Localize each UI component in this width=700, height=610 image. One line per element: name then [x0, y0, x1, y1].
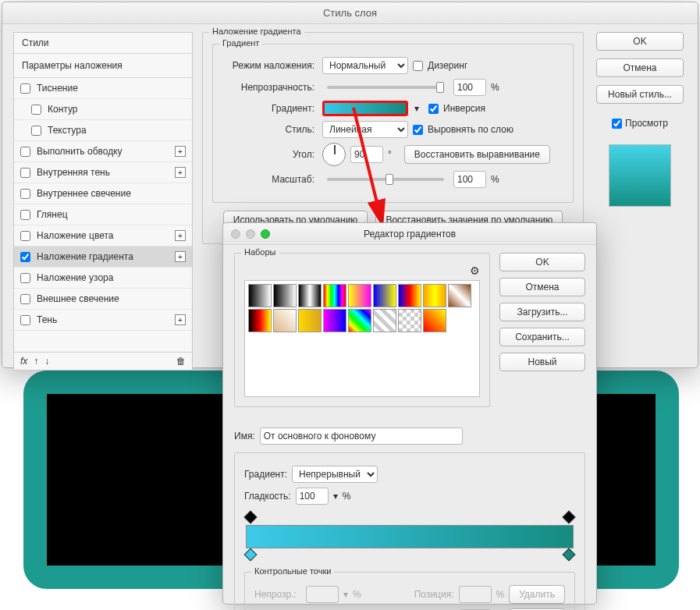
preset-swatch[interactable] [398, 309, 421, 332]
load-button[interactable]: Загрузить... [499, 303, 585, 321]
style-select[interactable]: Линейная [322, 121, 408, 138]
preset-swatch[interactable] [373, 284, 396, 307]
effect-drop-shadow[interactable]: Тень+ [14, 310, 192, 331]
preset-swatch[interactable] [323, 309, 346, 332]
chevron-down-icon[interactable]: ▾ [333, 491, 338, 502]
drop-shadow-checkbox[interactable] [20, 315, 30, 325]
preset-swatch[interactable] [423, 309, 446, 332]
plus-icon[interactable]: + [175, 230, 186, 241]
name-input[interactable] [260, 427, 463, 445]
new-button[interactable]: Новый [499, 353, 585, 371]
preset-swatch[interactable] [298, 309, 322, 332]
plus-icon[interactable]: + [175, 251, 186, 262]
color-stop-right[interactable] [563, 548, 576, 562]
texture-checkbox[interactable] [31, 126, 41, 136]
effect-inner-shadow[interactable]: Внутренняя тень+ [14, 162, 192, 183]
plus-icon[interactable]: + [175, 314, 186, 325]
ok-button[interactable]: OK [499, 253, 585, 271]
opacity-stop-left[interactable] [244, 511, 258, 524]
color-stop-left[interactable] [244, 548, 258, 562]
preset-swatch[interactable] [273, 284, 297, 307]
type-select[interactable]: Непрерывный [292, 466, 378, 483]
gradient-group: Градиент Режим наложения: Нормальный Диз… [212, 44, 574, 203]
outer-glow-checkbox[interactable] [20, 294, 30, 304]
stop-position-input [459, 586, 492, 603]
preset-swatch[interactable] [423, 284, 446, 307]
blend-mode-label: Режим наложения: [222, 60, 314, 71]
fx-menu[interactable]: fx [20, 356, 27, 367]
smoothness-input[interactable] [296, 488, 329, 505]
effect-gradient-overlay[interactable]: Наложение градиента+ [14, 246, 192, 268]
arrow-down-icon[interactable]: ↓ [44, 356, 49, 367]
reset-alignment-button[interactable]: Восстановить выравнивание [404, 145, 550, 164]
name-label: Имя: [234, 431, 255, 442]
preset-swatch[interactable] [348, 309, 371, 332]
scale-label: Масштаб: [222, 174, 314, 185]
opacity-label: Непрозрачность: [222, 82, 314, 93]
opacity-stop-right[interactable] [563, 511, 576, 524]
align-layer-checkbox[interactable] [413, 125, 423, 135]
gradient-editor-window: Редактор градиентов Наборы ⚙ OK Отмена З… [222, 222, 597, 605]
effect-emboss[interactable]: Тиснение [14, 78, 192, 99]
angle-input[interactable] [350, 146, 383, 163]
scale-slider[interactable] [327, 178, 444, 181]
stroke-checkbox[interactable] [20, 147, 30, 157]
angle-dial[interactable] [322, 143, 346, 166]
gradient-strip[interactable] [246, 525, 574, 548]
preset-grid[interactable] [244, 280, 480, 397]
dither-checkbox[interactable] [413, 61, 423, 71]
cancel-button[interactable]: Отмена [499, 278, 585, 296]
window-controls[interactable] [231, 229, 270, 239]
opacity-input[interactable] [453, 79, 486, 96]
reverse-checkbox[interactable] [428, 104, 439, 114]
scale-input[interactable] [453, 171, 486, 188]
preset-swatch[interactable] [273, 309, 297, 332]
effect-texture[interactable]: Текстура [14, 120, 192, 141]
type-label: Градиент: [244, 469, 287, 480]
ok-button[interactable]: OK [596, 32, 684, 51]
preset-swatch[interactable] [448, 284, 471, 307]
preset-swatch[interactable] [323, 284, 346, 307]
plus-icon[interactable]: + [175, 146, 186, 157]
preset-swatch[interactable] [248, 309, 272, 332]
effect-satin[interactable]: Глянец [14, 204, 192, 225]
color-overlay-checkbox[interactable] [20, 231, 30, 241]
effect-contour[interactable]: Контур [14, 99, 192, 120]
preview-checkbox[interactable] [612, 119, 622, 129]
preset-swatch[interactable] [248, 284, 272, 307]
effect-inner-glow[interactable]: Внутреннее свечение [14, 183, 192, 204]
new-style-button[interactable]: Новый стиль... [596, 85, 684, 104]
pattern-overlay-checkbox[interactable] [20, 273, 30, 283]
minimize-icon[interactable] [246, 229, 255, 239]
window-title: Стиль слоя [2, 2, 698, 24]
satin-checkbox[interactable] [20, 210, 30, 220]
trash-icon[interactable]: 🗑 [176, 356, 186, 367]
arrow-up-icon[interactable]: ↑ [34, 356, 38, 367]
effect-pattern-overlay[interactable]: Наложение узора [14, 268, 192, 289]
gradient-picker[interactable] [322, 101, 408, 116]
preset-swatch[interactable] [298, 284, 322, 307]
preset-swatch[interactable] [348, 284, 371, 307]
opacity-slider[interactable] [327, 86, 444, 89]
close-icon[interactable] [231, 229, 240, 239]
inner-shadow-checkbox[interactable] [20, 168, 30, 178]
chevron-down-icon[interactable]: ▾ [414, 103, 419, 114]
emboss-checkbox[interactable] [20, 83, 30, 94]
plus-icon[interactable]: + [175, 167, 186, 178]
gear-icon[interactable]: ⚙ [470, 264, 480, 277]
blending-options[interactable]: Параметры наложения [14, 54, 192, 78]
styles-header[interactable]: Стили [14, 33, 192, 54]
save-button[interactable]: Сохранить... [499, 328, 585, 346]
gradient-overlay-checkbox[interactable] [20, 252, 30, 262]
blend-mode-select[interactable]: Нормальный [322, 57, 408, 74]
inner-glow-checkbox[interactable] [20, 189, 30, 199]
preset-swatch[interactable] [398, 284, 421, 307]
cancel-button[interactable]: Отмена [596, 59, 684, 77]
gradient-legend: Градиент [219, 38, 262, 48]
maximize-icon[interactable] [261, 229, 270, 239]
preset-swatch[interactable] [373, 309, 396, 332]
contour-checkbox[interactable] [31, 105, 41, 115]
effect-outer-glow[interactable]: Внешнее свечение [14, 289, 192, 310]
effect-stroke[interactable]: Выполнить обводку+ [14, 141, 192, 162]
effect-color-overlay[interactable]: Наложение цвета+ [14, 225, 192, 246]
